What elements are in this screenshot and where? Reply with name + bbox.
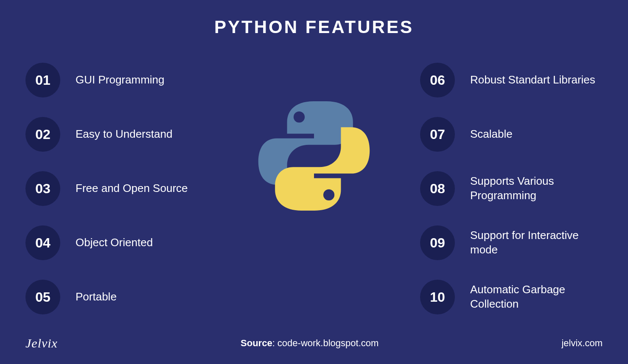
feature-number: 03 xyxy=(25,171,60,206)
feature-item: 03 Free and Open Source xyxy=(25,171,208,206)
site-url: jelvix.com xyxy=(561,338,603,349)
feature-label: Scalable xyxy=(470,127,513,142)
source-text: : code-work.blogspot.com xyxy=(272,338,379,348)
feature-label: Easy to Understand xyxy=(76,127,172,142)
svg-point-1 xyxy=(323,189,334,200)
python-logo-icon xyxy=(255,97,373,215)
feature-item: 10 Automatic Garbage Collection xyxy=(420,280,603,314)
feature-item: 07 Scalable xyxy=(420,117,603,152)
feature-label: Object Oriented xyxy=(76,236,153,250)
feature-item: 05 Portable xyxy=(25,280,208,314)
feature-label: Supports Various Programming xyxy=(470,174,603,203)
feature-label: Robust Standart Libraries xyxy=(470,73,595,87)
feature-number: 05 xyxy=(25,280,60,314)
feature-number: 09 xyxy=(420,225,455,260)
footer: Jelvix Source: code-work.blogspot.com je… xyxy=(0,336,628,350)
brand-logo: Jelvix xyxy=(25,336,58,350)
feature-number: 07 xyxy=(420,117,455,152)
feature-item: 04 Object Oriented xyxy=(25,225,208,260)
feature-number: 02 xyxy=(25,117,60,152)
feature-item: 08 Supports Various Programming xyxy=(420,171,603,206)
feature-item: 01 GUI Programming xyxy=(25,63,208,97)
feature-item: 06 Robust Standart Libraries xyxy=(420,63,603,97)
feature-number: 10 xyxy=(420,280,455,314)
feature-label: GUI Programming xyxy=(76,73,165,87)
feature-label: Support for Interactive mode xyxy=(470,228,603,257)
feature-item: 09 Support for Interactive mode xyxy=(420,225,603,260)
right-column: 06 Robust Standart Libraries 07 Scalable… xyxy=(420,63,603,314)
feature-label: Free and Open Source xyxy=(76,181,188,196)
source-label: Source xyxy=(241,338,272,348)
source-attribution: Source: code-work.blogspot.com xyxy=(241,338,378,349)
feature-number: 04 xyxy=(25,225,60,260)
python-logo-container xyxy=(208,63,420,215)
feature-number: 06 xyxy=(420,63,455,97)
svg-point-0 xyxy=(294,111,305,122)
feature-number: 08 xyxy=(420,171,455,206)
features-container: 01 GUI Programming 02 Easy to Understand… xyxy=(0,37,628,314)
left-column: 01 GUI Programming 02 Easy to Understand… xyxy=(25,63,208,314)
feature-label: Automatic Garbage Collection xyxy=(470,283,603,311)
feature-number: 01 xyxy=(25,63,60,97)
page-title: PYTHON FEATURES xyxy=(0,0,628,37)
feature-label: Portable xyxy=(76,290,117,304)
feature-item: 02 Easy to Understand xyxy=(25,117,208,152)
